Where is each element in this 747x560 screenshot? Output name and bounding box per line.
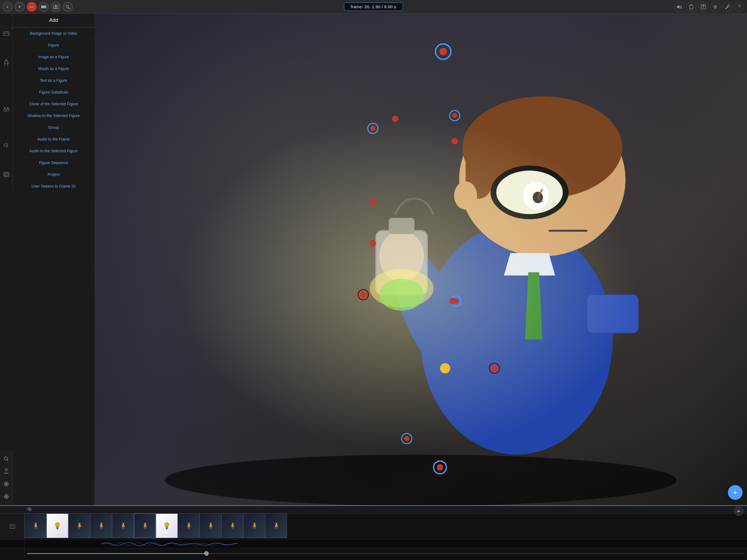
svg-point-3: [55, 6, 57, 8]
figure-pair-row: Figure Substitute Clone of the Selected …: [0, 86, 95, 133]
image-as-figure-button[interactable]: Image as a Figure: [12, 51, 95, 63]
text-as-figure-button[interactable]: Text as a Figure: [12, 75, 95, 86]
key-button[interactable]: [63, 2, 73, 12]
frame-indicator: frame: 20, 1.90 / 8.00 s: [344, 2, 374, 11]
audio-frame-button[interactable]: Audio to the Frame: [12, 133, 95, 145]
shadow-selected-figure-button[interactable]: Shadow to the Selected Figure: [12, 110, 95, 122]
svg-marker-1: [45, 5, 46, 8]
svg-point-11: [5, 59, 7, 61]
svg-point-10: [4, 32, 5, 33]
figure-sequence-button[interactable]: Figure Sequence: [12, 157, 95, 169]
svg-point-13: [7, 107, 8, 108]
canvas-area: [95, 14, 374, 280]
add-panel-title: Add: [12, 14, 95, 27]
svg-rect-45: [95, 20, 374, 280]
group-button[interactable]: Group: [12, 122, 95, 133]
back-button[interactable]: ‹: [3, 2, 12, 12]
left-panel: Add Background Image or Video Figure Ima…: [0, 14, 95, 280]
sequence-icon: [0, 157, 12, 192]
add-button[interactable]: +: [15, 2, 25, 12]
figure-content: Figure Image as a Figure Mouth as a Figu…: [12, 40, 95, 86]
clone-selected-figure-button[interactable]: Clone of the Selected Figure: [12, 98, 95, 110]
svg-point-12: [4, 107, 5, 108]
screenshot-button[interactable]: [51, 2, 61, 12]
svg-rect-0: [41, 5, 45, 8]
figure-pair-icon: [0, 86, 12, 133]
svg-rect-2: [54, 6, 58, 9]
background-row: Background Image or Video: [0, 28, 95, 40]
figure-row: Figure Image as a Figure Mouth as a Figu…: [0, 40, 95, 86]
mouth-as-figure-button[interactable]: Mouth as a Figure: [12, 63, 95, 75]
record-button[interactable]: —: [27, 2, 36, 12]
svg-marker-14: [4, 143, 7, 147]
background-image-video-button[interactable]: Background Image or Video: [12, 28, 95, 39]
main-area: Add Background Image or Video Figure Ima…: [0, 14, 374, 280]
audio-content: Audio to the Frame Audio to the Selected…: [12, 133, 95, 157]
figure-button[interactable]: Figure: [12, 40, 95, 51]
camera-video-button[interactable]: [39, 2, 49, 12]
canvas-figure: [95, 14, 374, 280]
top-bar: ‹ + — frame: 20, 1.90 / 8.00 s ?: [0, 0, 374, 14]
background-content: Background Image or Video: [12, 28, 95, 39]
figure-icon: [0, 40, 12, 86]
audio-selected-figure-button[interactable]: Audio to the Selected Figure: [12, 145, 95, 157]
audio-icon: [0, 133, 12, 157]
sequence-row: Figure Sequence Project User Tweens to F…: [0, 157, 95, 192]
project-button[interactable]: Project: [12, 169, 95, 180]
sequence-content: Figure Sequence Project User Tweens to F…: [12, 157, 95, 192]
user-tweens-button[interactable]: User Tweens to Frame 20: [12, 180, 95, 192]
add-panel-header: Add: [0, 14, 95, 28]
audio-row: Audio to the Frame Audio to the Selected…: [0, 133, 95, 157]
background-icon: [0, 28, 12, 39]
figure-pair-content: Figure Substitute Clone of the Selected …: [12, 86, 95, 133]
figure-substitute-button[interactable]: Figure Substitute: [12, 86, 95, 98]
